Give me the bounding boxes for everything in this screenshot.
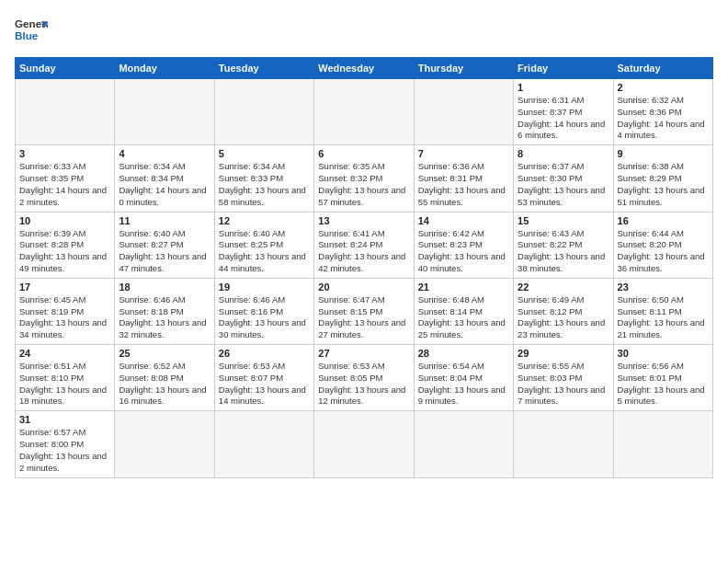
day-info: Sunrise: 6:56 AM Sunset: 8:01 PM Dayligh… [618,361,709,408]
day-number: 30 [618,348,709,359]
day-number: 26 [219,348,310,359]
day-info: Sunrise: 6:34 AM Sunset: 8:34 PM Dayligh… [119,161,210,208]
day-number: 15 [518,215,609,226]
day-number: 25 [119,348,210,359]
day-number: 6 [318,148,409,159]
day-number: 12 [219,215,310,226]
calendar-cell [314,411,414,477]
weekday-header-wednesday: Wednesday [314,58,414,79]
day-info: Sunrise: 6:38 AM Sunset: 8:29 PM Dayligh… [618,161,709,208]
calendar-cell: 25Sunrise: 6:52 AM Sunset: 8:08 PM Dayli… [115,345,214,411]
calendar-cell [115,411,214,477]
day-number: 5 [219,148,310,159]
calendar-cell: 17Sunrise: 6:45 AM Sunset: 8:19 PM Dayli… [16,278,115,344]
day-info: Sunrise: 6:46 AM Sunset: 8:18 PM Dayligh… [119,294,210,341]
day-info: Sunrise: 6:55 AM Sunset: 8:03 PM Dayligh… [518,361,609,408]
weekday-header-friday: Friday [514,58,613,79]
day-number: 21 [418,282,509,293]
calendar-cell: 2Sunrise: 6:32 AM Sunset: 8:36 PM Daylig… [613,79,712,145]
calendar-cell: 23Sunrise: 6:50 AM Sunset: 8:11 PM Dayli… [613,278,712,344]
day-number: 20 [318,282,409,293]
calendar-cell: 7Sunrise: 6:36 AM Sunset: 8:31 PM Daylig… [414,145,513,212]
day-info: Sunrise: 6:36 AM Sunset: 8:31 PM Dayligh… [418,161,509,208]
day-info: Sunrise: 6:53 AM Sunset: 8:05 PM Dayligh… [318,361,409,408]
calendar-cell [613,411,712,477]
day-number: 23 [618,282,709,293]
day-number: 16 [618,215,709,226]
day-info: Sunrise: 6:46 AM Sunset: 8:16 PM Dayligh… [219,294,310,341]
day-info: Sunrise: 6:52 AM Sunset: 8:08 PM Dayligh… [119,361,210,408]
day-info: Sunrise: 6:49 AM Sunset: 8:12 PM Dayligh… [518,294,609,341]
day-info: Sunrise: 6:44 AM Sunset: 8:20 PM Dayligh… [618,228,709,275]
weekday-header-monday: Monday [115,58,214,79]
day-info: Sunrise: 6:42 AM Sunset: 8:23 PM Dayligh… [418,228,509,275]
day-info: Sunrise: 6:39 AM Sunset: 8:28 PM Dayligh… [19,228,110,275]
day-info: Sunrise: 6:53 AM Sunset: 8:07 PM Dayligh… [219,361,310,408]
calendar-row-3: 10Sunrise: 6:39 AM Sunset: 8:28 PM Dayli… [16,212,713,278]
day-number: 31 [19,414,110,425]
calendar-cell [414,79,513,145]
calendar-cell: 31Sunrise: 6:57 AM Sunset: 8:00 PM Dayli… [16,411,115,477]
day-info: Sunrise: 6:43 AM Sunset: 8:22 PM Dayligh… [518,228,609,275]
calendar-cell: 26Sunrise: 6:53 AM Sunset: 8:07 PM Dayli… [214,345,313,411]
day-number: 8 [518,148,609,159]
day-info: Sunrise: 6:48 AM Sunset: 8:14 PM Dayligh… [418,294,509,341]
calendar-cell [314,79,414,145]
day-info: Sunrise: 6:51 AM Sunset: 8:10 PM Dayligh… [19,361,110,408]
day-number: 2 [618,82,709,93]
calendar-row-4: 17Sunrise: 6:45 AM Sunset: 8:19 PM Dayli… [16,278,713,344]
calendar-cell [214,411,313,477]
day-info: Sunrise: 6:33 AM Sunset: 8:35 PM Dayligh… [19,161,110,208]
calendar-cell: 14Sunrise: 6:42 AM Sunset: 8:23 PM Dayli… [414,212,513,278]
day-number: 28 [418,348,509,359]
weekday-header-sunday: Sunday [16,58,115,79]
calendar-cell [115,79,214,145]
day-info: Sunrise: 6:45 AM Sunset: 8:19 PM Dayligh… [19,294,110,341]
calendar-cell [414,411,513,477]
day-info: Sunrise: 6:35 AM Sunset: 8:32 PM Dayligh… [318,161,409,208]
logo: General Blue [15,15,48,48]
day-info: Sunrise: 6:37 AM Sunset: 8:30 PM Dayligh… [518,161,609,208]
day-number: 27 [318,348,409,359]
calendar-cell: 16Sunrise: 6:44 AM Sunset: 8:20 PM Dayli… [613,212,712,278]
calendar-cell: 22Sunrise: 6:49 AM Sunset: 8:12 PM Dayli… [514,278,613,344]
calendar-cell: 12Sunrise: 6:40 AM Sunset: 8:25 PM Dayli… [214,212,313,278]
calendar-cell: 28Sunrise: 6:54 AM Sunset: 8:04 PM Dayli… [414,345,513,411]
calendar-row-5: 24Sunrise: 6:51 AM Sunset: 8:10 PM Dayli… [16,345,713,411]
day-info: Sunrise: 6:54 AM Sunset: 8:04 PM Dayligh… [418,361,509,408]
calendar-cell: 30Sunrise: 6:56 AM Sunset: 8:01 PM Dayli… [613,345,712,411]
calendar-cell: 8Sunrise: 6:37 AM Sunset: 8:30 PM Daylig… [514,145,613,212]
calendar-row-1: 1Sunrise: 6:31 AM Sunset: 8:37 PM Daylig… [16,79,713,145]
day-info: Sunrise: 6:34 AM Sunset: 8:33 PM Dayligh… [219,161,310,208]
weekday-header-tuesday: Tuesday [214,58,313,79]
day-number: 4 [119,148,210,159]
calendar-cell [514,411,613,477]
calendar-cell: 1Sunrise: 6:31 AM Sunset: 8:37 PM Daylig… [514,79,613,145]
calendar-cell: 13Sunrise: 6:41 AM Sunset: 8:24 PM Dayli… [314,212,414,278]
day-number: 9 [618,148,709,159]
weekday-header-thursday: Thursday [414,58,513,79]
day-info: Sunrise: 6:40 AM Sunset: 8:25 PM Dayligh… [219,228,310,275]
day-number: 14 [418,215,509,226]
day-number: 24 [19,348,110,359]
day-info: Sunrise: 6:40 AM Sunset: 8:27 PM Dayligh… [119,228,210,275]
day-number: 13 [318,215,409,226]
day-info: Sunrise: 6:57 AM Sunset: 8:00 PM Dayligh… [19,427,110,474]
day-number: 3 [19,148,110,159]
calendar-cell: 27Sunrise: 6:53 AM Sunset: 8:05 PM Dayli… [314,345,414,411]
day-number: 22 [518,282,609,293]
calendar-cell: 24Sunrise: 6:51 AM Sunset: 8:10 PM Dayli… [16,345,115,411]
calendar-cell [214,79,313,145]
calendar-cell: 4Sunrise: 6:34 AM Sunset: 8:34 PM Daylig… [115,145,214,212]
calendar-row-2: 3Sunrise: 6:33 AM Sunset: 8:35 PM Daylig… [16,145,713,212]
calendar-cell: 10Sunrise: 6:39 AM Sunset: 8:28 PM Dayli… [16,212,115,278]
day-number: 7 [418,148,509,159]
day-number: 17 [19,282,110,293]
day-number: 19 [219,282,310,293]
day-number: 10 [19,215,110,226]
calendar-cell: 3Sunrise: 6:33 AM Sunset: 8:35 PM Daylig… [16,145,115,212]
weekday-header-saturday: Saturday [613,58,712,79]
calendar-cell: 9Sunrise: 6:38 AM Sunset: 8:29 PM Daylig… [613,145,712,212]
calendar-row-6: 31Sunrise: 6:57 AM Sunset: 8:00 PM Dayli… [16,411,713,477]
svg-text:Blue: Blue [15,29,39,41]
